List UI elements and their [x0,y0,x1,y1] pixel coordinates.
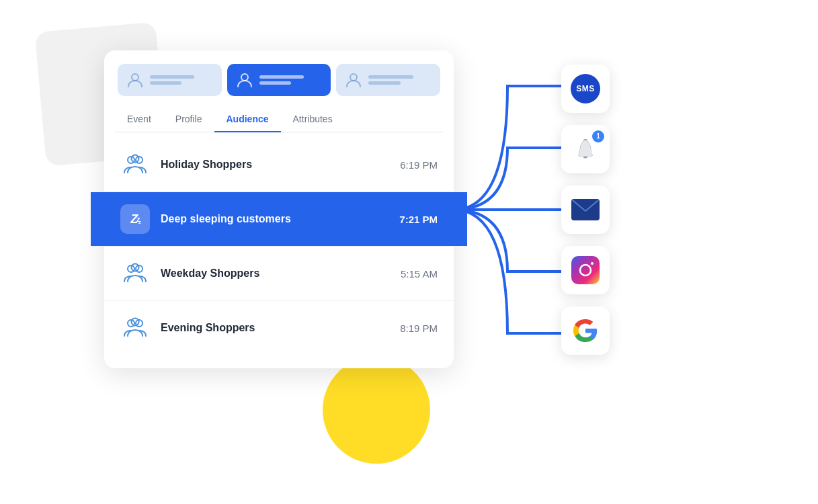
tab-event[interactable]: Event [115,107,163,132]
item-name: Weekday Shoppers [161,267,390,280]
svg-rect-14 [571,256,600,284]
svg-point-2 [350,74,357,81]
svg-point-8 [132,264,139,271]
svg-point-0 [132,74,138,81]
svg-point-5 [132,155,139,163]
item-time: 7:21 PM [399,214,438,225]
audience-list: Holiday Shoppers 6:19 PM Zzz Deep sleepi… [104,138,454,355]
item-time: 5:15 AM [401,268,438,280]
tab-profile[interactable]: Profile [163,107,214,132]
tab-lines-3 [368,75,432,85]
svg-point-16 [591,262,594,265]
profile-tab-3[interactable] [336,64,440,96]
google-icon-box[interactable] [561,306,610,355]
svg-point-11 [132,319,139,326]
tab-audience[interactable]: Audience [214,107,281,132]
instagram-icon-box[interactable] [561,246,610,294]
google-icon [571,317,600,345]
profile-tab-1[interactable] [118,64,222,96]
list-item[interactable]: Weekday Shoppers 5:15 AM [104,247,454,301]
group-icon [120,313,150,343]
nav-tabs: Event Profile Audience Attributes [115,107,443,132]
profile-bar [104,50,454,107]
avatar-icon-3 [344,71,363,89]
list-item[interactable]: Evening Shoppers 8:19 PM [104,301,454,355]
group-icon [120,150,150,179]
item-name: Deep sleeping customers [161,213,388,225]
zzz-icon: Zzz [120,204,150,234]
item-name: Holiday Shoppers [161,159,389,171]
email-icon-box[interactable] [561,185,610,234]
list-item-highlighted[interactable]: Zzz Deep sleeping customers 7:21 PM [91,192,467,247]
instagram-icon [571,256,600,284]
notification-badge: 1 [592,130,604,142]
notification-icon-box[interactable]: 1 [561,125,610,173]
item-time: 6:19 PM [400,159,438,171]
item-name: Evening Shoppers [161,322,389,334]
channel-icons: SMS 1 [561,65,610,355]
connector-lines [454,55,561,364]
tab-lines-2 [259,75,323,85]
sms-icon: SMS [571,74,600,103]
sms-label: SMS [576,84,595,93]
list-item[interactable]: Holiday Shoppers 6:19 PM [104,138,454,192]
svg-point-12 [583,156,587,158]
sms-icon-box[interactable]: SMS [561,65,610,113]
item-time: 8:19 PM [400,323,438,334]
mail-icon [571,199,600,220]
tab-attributes[interactable]: Attributes [281,107,345,132]
tab-lines-1 [150,75,214,85]
audience-card: Event Profile Audience Attributes [104,50,454,368]
group-icon [120,259,150,288]
avatar-icon-1 [126,71,145,89]
svg-point-1 [241,74,248,81]
avatar-icon-2 [235,71,254,89]
bg-decoration-yellow [323,356,430,464]
profile-tab-2[interactable] [227,64,331,96]
